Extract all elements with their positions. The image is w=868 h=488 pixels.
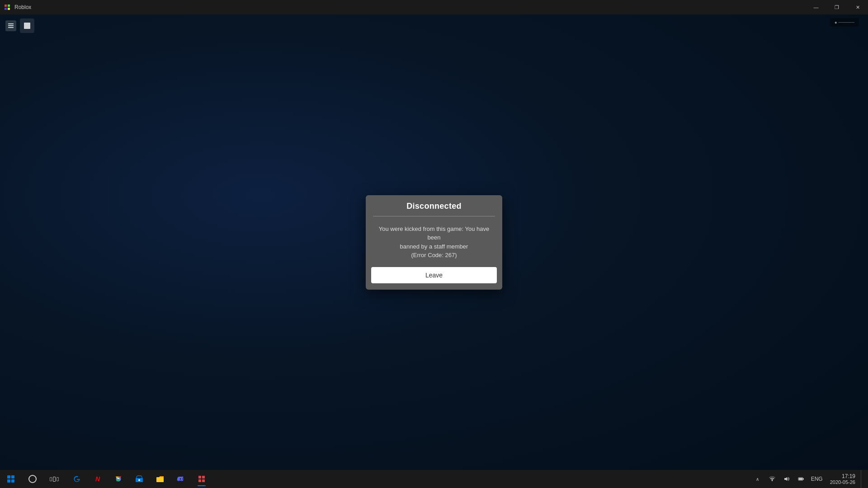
roblox-taskbar-icon [197,474,206,483]
svg-rect-14 [202,476,205,479]
app-icon [3,3,12,12]
dialog-message: You were kicked from this game: You have… [375,225,493,260]
taskbar-app-netflix[interactable]: N [88,471,108,487]
show-hidden-icons-button[interactable]: ∧ [751,471,764,487]
cortana-search-button[interactable] [22,470,43,488]
taskbar-app-roblox[interactable] [192,471,212,487]
dialog-overlay: Disconnected You were kicked from this g… [0,14,868,470]
svg-rect-0 [5,5,7,7]
taskbar: N [0,470,868,488]
restore-button[interactable]: ❐ [826,0,847,14]
svg-rect-2 [5,8,7,10]
svg-rect-15 [198,479,201,482]
taskbar-app-chrome[interactable] [108,471,128,487]
task-view-button[interactable] [43,470,65,488]
titlebar: Roblox — ❐ ✕ [0,0,868,14]
show-desktop-button[interactable] [861,470,864,488]
system-tray: ∧ ENG [748,470,868,488]
minimize-button[interactable]: — [806,0,826,14]
volume-icon[interactable] [780,471,793,487]
taskbar-apps: N [65,470,213,488]
store-icon [135,474,144,483]
svg-rect-3 [8,8,10,10]
power-icon[interactable] [795,471,807,487]
start-button[interactable] [0,470,22,488]
clock-date: 2020-05-26 [830,479,855,485]
netflix-icon: N [93,474,102,483]
chevron-icon: ∧ [756,477,759,482]
window-title: Roblox [14,4,806,10]
taskbar-app-edge[interactable] [67,471,87,487]
svg-rect-19 [803,479,804,480]
taskbar-app-explorer[interactable] [150,471,170,487]
message-line1: You were kicked from this game: You have… [379,225,490,241]
svg-rect-1 [8,5,10,7]
task-view-icon [50,477,59,482]
windows-icon [7,475,14,483]
chrome-icon [114,474,123,483]
edge-icon [72,474,81,483]
close-button[interactable]: ✕ [847,0,868,14]
message-line3: (Error Code: 267) [411,252,457,258]
dialog-footer: Leave [366,267,502,290]
dialog-title: Disconnected [406,202,462,211]
svg-rect-12 [156,477,164,482]
message-line2: banned by a staff member [400,243,468,250]
discord-icon [176,474,185,483]
language-selector[interactable]: ENG [809,476,825,482]
system-clock[interactable]: 17:19 2020-05-26 [826,473,859,485]
svg-rect-16 [202,479,205,482]
taskbar-app-store[interactable] [129,471,149,487]
clock-time: 17:19 [842,473,855,479]
network-icon[interactable] [766,471,778,487]
cortana-icon [28,475,37,483]
disconnected-dialog: Disconnected You were kicked from this g… [366,195,502,290]
taskbar-app-discord[interactable] [171,471,191,487]
svg-point-11 [138,479,140,481]
window-controls: — ❐ ✕ [806,0,868,14]
svg-rect-13 [198,476,201,479]
svg-rect-20 [799,478,802,480]
dialog-header: Disconnected [366,195,502,216]
explorer-icon [156,474,165,483]
svg-point-17 [772,480,773,481]
leave-button[interactable]: Leave [371,267,497,283]
dialog-body: You were kicked from this game: You have… [366,216,502,267]
